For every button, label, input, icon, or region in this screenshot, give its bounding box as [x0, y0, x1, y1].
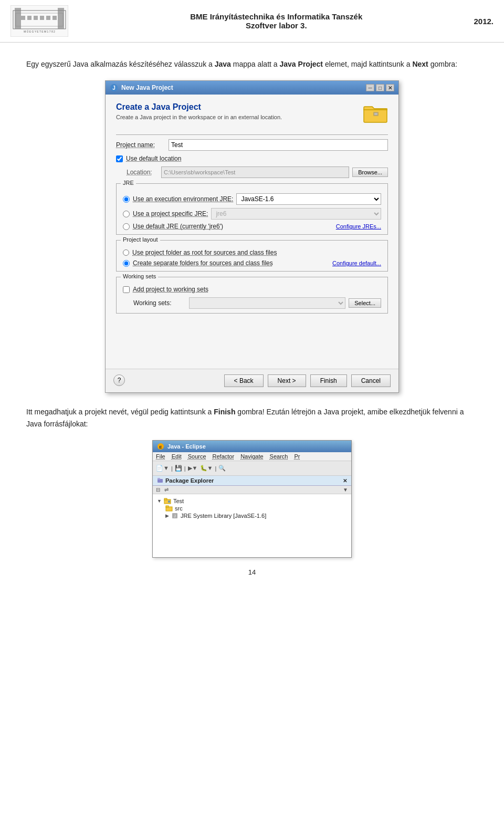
project-icon: [164, 498, 171, 504]
svg-rect-23: [168, 501, 170, 503]
tree-expand-arrow[interactable]: ▼: [157, 498, 162, 504]
package-explorer-icon: [157, 477, 163, 484]
configure-default-link[interactable]: Configure default...: [332, 260, 381, 266]
help-button[interactable]: ?: [113, 374, 125, 386]
back-button[interactable]: < Back: [224, 374, 264, 387]
browse-button[interactable]: Browse...: [352, 168, 388, 177]
main-content: Egy egyszerű Java alkalmazás készítéséhe…: [0, 43, 504, 592]
dialog-buttons: ? < Back Next > Finish Cancel: [106, 369, 398, 392]
dialog-subtitle: Create a Java project in the workspace o…: [116, 114, 282, 120]
tree-project-row[interactable]: ▼ Test: [157, 497, 347, 505]
svg-rect-4: [58, 8, 64, 29]
jre-options: Use an execution environment JRE: JavaSE…: [123, 188, 381, 230]
location-row: Location: Browse...: [127, 166, 388, 178]
svg-rect-16: [374, 113, 377, 115]
project-name-row: Project name:: [116, 139, 388, 151]
package-explorer-label: Package Explorer: [165, 477, 214, 484]
tree-src-row[interactable]: src: [165, 505, 347, 512]
tree-project-name: Test: [173, 498, 184, 504]
minimize-button[interactable]: ─: [366, 84, 374, 91]
working-sets-combo-row: Working sets: Select...: [133, 297, 381, 309]
eclipse-wrapper: E Java - Eclipse File Edit Source Refact…: [26, 440, 478, 558]
dialog-wrapper: J New Java Project ─ □ ✕ Create a Java P…: [26, 80, 478, 393]
jre-option2-combo[interactable]: jre6: [211, 208, 381, 220]
cancel-button[interactable]: Cancel: [351, 374, 391, 387]
layout-option1-radio[interactable]: [123, 249, 129, 256]
toolbar-debug[interactable]: 🐛▼: [200, 465, 213, 472]
tree-jre-row[interactable]: ▶ J JRE System Library [JavaSE-1.6]: [165, 512, 347, 519]
use-default-location-checkbox[interactable]: [116, 155, 123, 162]
svg-text:J: J: [174, 514, 176, 518]
jre-option1-label: Use an execution environment JRE:: [133, 195, 233, 203]
eclipse-menu-refactor[interactable]: Refactor: [213, 453, 235, 460]
select-working-sets-button[interactable]: Select...: [349, 298, 381, 308]
project-name-label: Project name:: [116, 141, 169, 149]
add-working-sets-checkbox[interactable]: [123, 286, 130, 293]
svg-rect-20: [158, 478, 160, 480]
close-button[interactable]: ✕: [386, 84, 394, 91]
toolbar-save[interactable]: 💾: [175, 465, 182, 472]
toolbar-run[interactable]: ▶▼: [188, 465, 198, 472]
institution-logo: M Ű E G Y E T E M 1 7 8 2: [10, 5, 68, 37]
location-label: Location:: [127, 169, 158, 176]
eclipse-window: E Java - Eclipse File Edit Source Refact…: [152, 440, 352, 558]
layout-option2-radio[interactable]: [123, 260, 130, 267]
jre-section-title: JRE: [121, 180, 136, 186]
eclipse-menu-source[interactable]: Source: [188, 453, 206, 460]
dialog-titlebar-left: J New Java Project: [110, 84, 173, 92]
jre-icon: J: [171, 513, 178, 519]
jre-option1-radio[interactable]: [123, 196, 130, 203]
project-name-input[interactable]: [169, 139, 388, 151]
jre-option2-radio[interactable]: [123, 211, 130, 217]
eclipse-menu-navigate[interactable]: Navigate: [240, 453, 263, 460]
panel-menu-icon[interactable]: ▼: [343, 487, 348, 493]
eclipse-menu-file[interactable]: File: [156, 453, 165, 460]
finish-button[interactable]: Finish: [310, 374, 347, 387]
maximize-button[interactable]: □: [376, 84, 384, 91]
eclipse-titlebar: E Java - Eclipse: [153, 441, 351, 452]
toolbar-sep3: |: [215, 465, 216, 472]
eclipse-menu-edit[interactable]: Edit: [172, 453, 182, 460]
collapse-all-icon[interactable]: ⊟: [156, 487, 160, 493]
svg-text:J: J: [112, 85, 116, 91]
configure-jres-link[interactable]: Configure JREs...: [336, 223, 381, 230]
java-project-bold: Java Project: [280, 60, 323, 68]
close-x-icon[interactable]: ✕: [343, 478, 347, 484]
tree-jre-arrow[interactable]: ▶: [165, 513, 169, 518]
toolbar-sep2: |: [184, 465, 186, 472]
dialog-titlebar-icon: J: [110, 84, 118, 92]
svg-rect-25: [166, 506, 169, 507]
eclipse-menubar[interactable]: File Edit Source Refactor Navigate Searc…: [153, 452, 351, 461]
panel-toolbar[interactable]: ⊟ ⇌ ▼: [153, 486, 351, 494]
new-java-project-dialog: J New Java Project ─ □ ✕ Create a Java P…: [105, 80, 399, 393]
working-sets-combo[interactable]: [189, 297, 345, 309]
eclipse-menu-search[interactable]: Search: [270, 453, 288, 460]
jre-option2-label: Use a project specific JRE:: [133, 210, 208, 217]
dialog-spacer: [116, 319, 388, 361]
use-default-location-row: Use default location: [116, 155, 388, 162]
toolbar-search[interactable]: 🔍: [218, 465, 226, 472]
page-number: 14: [26, 568, 478, 576]
project-layout-title: Project layout: [121, 236, 160, 243]
add-working-sets-row: Add project to working sets: [123, 286, 381, 293]
location-input[interactable]: [161, 166, 349, 178]
toolbar-sep1: |: [171, 465, 173, 472]
svg-rect-6: [27, 16, 32, 20]
dialog-body: Create a Java Project Create a Java proj…: [106, 95, 398, 369]
layout-option2-label: Create separate folders for sources and …: [133, 259, 273, 267]
finish-bold: Finish: [214, 408, 235, 416]
jre-option1-combo[interactable]: JavaSE-1.6: [236, 193, 381, 205]
link-editor-icon[interactable]: ⇌: [164, 487, 169, 493]
jre-option3-radio[interactable]: [123, 223, 130, 230]
toolbar-new[interactable]: 📄▼: [156, 465, 169, 472]
eclipse-menu-more[interactable]: Pr: [294, 453, 300, 460]
next-button[interactable]: Next >: [268, 374, 306, 387]
intro-paragraph: Egy egyszerű Java alkalmazás készítéséhe…: [26, 58, 478, 70]
jre-option2-row: Use a project specific JRE: jre6: [123, 208, 381, 220]
eclipse-icon: E: [157, 443, 164, 450]
layout-option2-row: Create separate folders for sources and …: [123, 259, 381, 267]
eclipse-toolbar[interactable]: 📄▼ | 💾 | ▶▼ 🐛▼ | 🔍: [153, 461, 351, 476]
layout-options: Use project folder as root for sources a…: [123, 245, 381, 267]
dialog-titlebar-buttons[interactable]: ─ □ ✕: [366, 84, 394, 91]
header-institution: BME Irányítástechnika és Informatika Tan…: [79, 12, 474, 30]
